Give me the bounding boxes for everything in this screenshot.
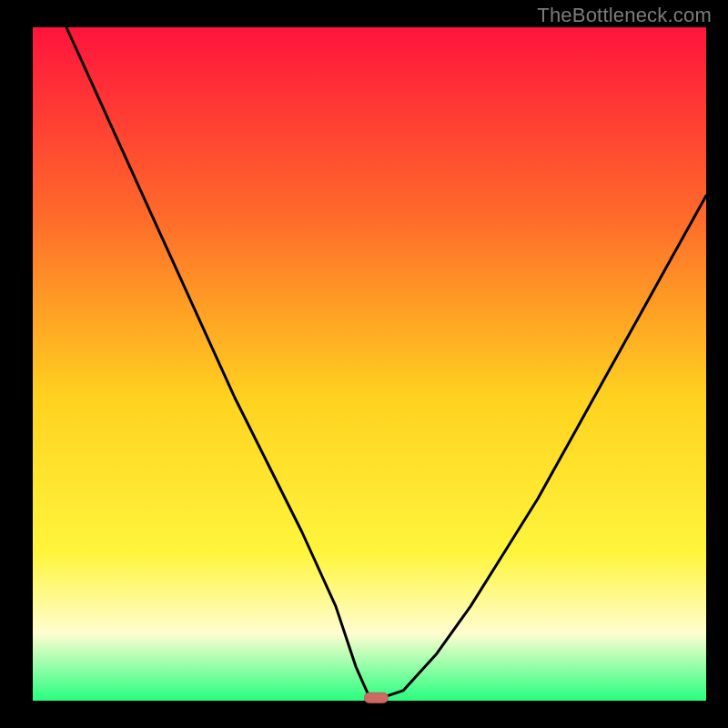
watermark-text: TheBottleneck.com — [537, 4, 712, 27]
plot-background — [33, 27, 706, 701]
optimal-marker — [364, 693, 388, 703]
chart-frame: TheBottleneck.com — [0, 0, 728, 728]
bottleneck-chart — [0, 0, 728, 728]
